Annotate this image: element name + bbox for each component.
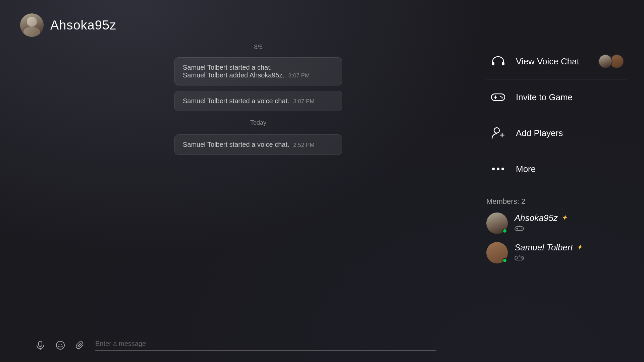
message-bubble: Samuel Tolbert started a voice chat. 2:5… — [174, 134, 342, 155]
controller-icon — [515, 225, 524, 234]
message-count: 8/5 — [67, 44, 449, 51]
view-voice-chat-label: View Voice Chat — [516, 56, 589, 67]
svg-point-4 — [61, 344, 62, 345]
input-area — [34, 339, 436, 352]
view-voice-chat-action[interactable]: View Voice Chat — [486, 44, 627, 79]
mini-avatar-witcher — [598, 54, 612, 68]
message-timestamp: 3:07 PM — [288, 72, 310, 79]
member-item[interactable]: Samuel Tolbert ✦ — [486, 242, 627, 263]
member-status-icons — [515, 255, 582, 263]
member-status-icons — [515, 225, 567, 234]
svg-rect-6 — [502, 62, 504, 65]
online-indicator — [502, 229, 507, 233]
avatar — [20, 13, 44, 37]
header-username: Ahsoka95z — [50, 18, 116, 33]
message-text: Samuel Tolbert started a chat.Samuel Tol… — [183, 64, 284, 79]
ps-plus-icon: ✦ — [576, 243, 582, 252]
svg-point-15 — [492, 168, 495, 170]
date-divider: Today — [67, 119, 449, 126]
svg-rect-7 — [491, 94, 505, 101]
header: Ahsoka95z — [20, 13, 116, 37]
voice-chat-avatars — [598, 54, 624, 68]
input-icons — [34, 339, 87, 352]
svg-point-12 — [494, 128, 499, 133]
attachment-icon[interactable] — [74, 339, 87, 352]
members-title: Members: 2 — [486, 197, 627, 206]
add-players-label: Add Players — [516, 128, 624, 138]
svg-rect-0 — [39, 341, 42, 347]
message-bubble: Samuel Tolbert started a chat.Samuel Tol… — [174, 57, 342, 85]
invite-to-game-action[interactable]: Invite to Game — [486, 79, 627, 115]
message-timestamp: 2:52 PM — [293, 142, 314, 148]
gamepad-icon — [490, 89, 506, 106]
member-name: Samuel Tolbert ✦ — [515, 242, 582, 253]
svg-point-2 — [56, 341, 64, 349]
svg-point-10 — [500, 96, 501, 97]
chat-area: 8/5 Samuel Tolbert started a chat.Samuel… — [67, 44, 449, 328]
svg-rect-5 — [492, 62, 494, 65]
svg-point-27 — [522, 258, 523, 259]
online-indicator — [502, 258, 507, 263]
svg-point-17 — [501, 168, 504, 170]
message-input-container[interactable] — [95, 340, 436, 351]
more-label: More — [516, 164, 624, 174]
svg-point-16 — [497, 168, 499, 170]
svg-point-26 — [521, 257, 522, 258]
ps-plus-icon: ✦ — [561, 214, 567, 222]
message-bubble: Samuel Tolbert started a voice chat. 3:0… — [174, 91, 342, 111]
right-sidebar: View Voice Chat Invite to Game — [486, 44, 627, 272]
member-item[interactable]: Ahsoka95z ✦ — [486, 213, 627, 234]
invite-to-game-label: Invite to Game — [516, 92, 624, 103]
message-input[interactable] — [95, 340, 436, 348]
headphone-icon — [490, 53, 506, 70]
add-players-action[interactable]: Add Players — [486, 115, 627, 151]
member-info: Samuel Tolbert ✦ — [515, 242, 582, 263]
messages-list: Samuel Tolbert started a chat.Samuel Tol… — [67, 57, 449, 155]
member-info: Ahsoka95z ✦ — [515, 213, 567, 234]
emoji-icon[interactable] — [54, 339, 67, 352]
message-text: Samuel Tolbert started a voice chat. — [183, 141, 289, 148]
microphone-icon[interactable] — [34, 339, 47, 352]
members-section: Members: 2 Ahsoka95z ✦ — [486, 197, 627, 272]
message-timestamp: 3:07 PM — [293, 98, 314, 105]
member-avatar-container — [486, 213, 508, 234]
svg-point-11 — [501, 97, 503, 99]
svg-point-21 — [521, 228, 522, 229]
more-action[interactable]: More — [486, 151, 627, 187]
add-person-icon — [490, 125, 506, 141]
member-avatar-container — [486, 242, 508, 263]
svg-point-3 — [59, 344, 60, 345]
controller-icon — [515, 255, 524, 263]
message-text: Samuel Tolbert started a voice chat. — [183, 97, 289, 105]
svg-point-22 — [522, 228, 523, 229]
member-name: Ahsoka95z ✦ — [515, 213, 567, 223]
more-dots-icon — [490, 161, 506, 177]
